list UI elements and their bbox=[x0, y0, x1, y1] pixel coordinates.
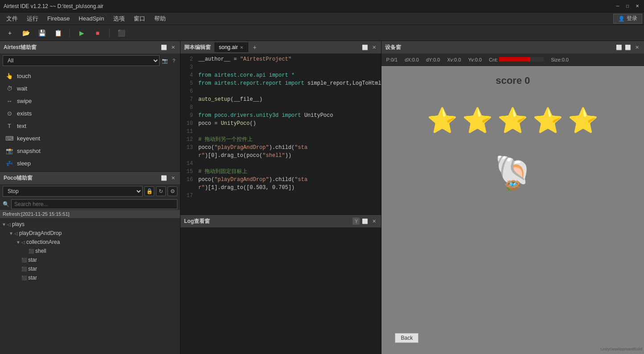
wait-icon: ⏱ bbox=[5, 84, 13, 92]
editor-tab-song[interactable]: song.air ✕ bbox=[214, 42, 248, 52]
back-button[interactable]: Back bbox=[395, 333, 418, 343]
left-panel: Airtest辅助窗 ⬜ ✕ All 📷 ? 👆 touch bbox=[0, 41, 180, 354]
poco-search-input[interactable] bbox=[11, 199, 177, 209]
airtest-item-touch[interactable]: 👆 touch bbox=[0, 70, 180, 82]
airtest-item-text[interactable]: T text bbox=[0, 119, 180, 132]
close-button[interactable]: ✕ bbox=[634, 3, 640, 9]
log-expand-icon[interactable]: ⬜ bbox=[361, 218, 369, 225]
window-controls: ─ □ ✕ bbox=[615, 3, 640, 9]
code-editor[interactable]: 2 __author__ = "AirtestProject" 3 4 from… bbox=[180, 54, 381, 214]
airtest-item-snapshot[interactable]: 📸 snapshot bbox=[0, 144, 180, 157]
device-expand-icon[interactable]: ⬜ bbox=[624, 44, 632, 51]
tree-node-collectionarea[interactable]: ▼ ◁ collectionArea bbox=[0, 238, 180, 247]
poco-refresh-bar[interactable]: Refresh:[2021-11-25 15:15:51] bbox=[0, 210, 180, 218]
airtest-filter: All 📷 ? bbox=[0, 54, 180, 68]
airtest-panel-title: Airtest辅助窗 bbox=[4, 44, 37, 51]
device-close-icon[interactable]: ✕ bbox=[633, 44, 640, 51]
save-button[interactable]: 💾 bbox=[36, 27, 48, 39]
airtest-filter-select[interactable]: All bbox=[3, 55, 160, 66]
airtest-item-swipe[interactable]: ↔ swipe bbox=[0, 95, 180, 107]
editor-header-icons: ⬜ ✕ bbox=[361, 44, 377, 51]
poco-settings-icon[interactable]: ⚙ bbox=[168, 186, 177, 196]
airtest-item-exists[interactable]: ⊙ exists bbox=[0, 107, 180, 119]
filter-icons: 📷 ? bbox=[161, 57, 177, 64]
airtest-screenshot-icon[interactable]: 📷 bbox=[161, 57, 168, 64]
poco-close-icon[interactable]: ✕ bbox=[169, 174, 176, 181]
poco-refresh-icon[interactable]: ↻ bbox=[156, 186, 166, 196]
app-title: Airtest IDE v1.2.12 ~~ D:\test_plu\song.… bbox=[4, 3, 615, 9]
device-stat-cnt: Cnt: bbox=[486, 57, 546, 62]
tree-node-playdraganddrop[interactable]: ▼ ◁ playDragAndDrop bbox=[0, 229, 180, 238]
airtest-item-sleep[interactable]: 💤 sleep bbox=[0, 157, 180, 169]
expand-collectionarea-icon[interactable]: ▼ bbox=[16, 240, 21, 245]
poco-expand-icon[interactable]: ⬜ bbox=[160, 174, 168, 181]
airtest-list: 👆 touch ⏱ wait ↔ swipe ⊙ exists T tex bbox=[0, 68, 180, 171]
airtest-close-icon[interactable]: ✕ bbox=[169, 44, 176, 51]
airtest-panel-icons: ⬜ ✕ bbox=[160, 44, 176, 51]
menu-options[interactable]: 选项 bbox=[109, 13, 129, 25]
log-filter-icon[interactable]: Y bbox=[353, 218, 360, 225]
save-icon: 💾 bbox=[38, 29, 46, 37]
device-popout-icon[interactable]: ⬜ bbox=[615, 44, 623, 51]
code-line-2: 2 __author__ = "AirtestProject" bbox=[180, 55, 381, 63]
editor-tabs: 脚本编辑窗 song.air ✕ + bbox=[184, 42, 260, 52]
maximize-button[interactable]: □ bbox=[624, 3, 631, 9]
airtest-item-keyevent[interactable]: ⌨ keyevent bbox=[0, 132, 180, 144]
record-button[interactable]: ⬛ bbox=[115, 27, 127, 39]
menu-headspin[interactable]: HeadSpin bbox=[74, 13, 109, 24]
device-stat-yv: Yv:0.0 bbox=[465, 57, 484, 62]
menu-run[interactable]: 运行 bbox=[22, 13, 43, 25]
menu-firebase[interactable]: Firebase bbox=[43, 13, 74, 24]
editor-expand-icon[interactable]: ⬜ bbox=[361, 44, 369, 51]
cnt-bar bbox=[499, 57, 544, 62]
swipe-icon: ↔ bbox=[5, 97, 13, 105]
log-panel-title: Log查看窗 bbox=[184, 218, 210, 225]
airtest-item-wait[interactable]: ⏱ wait bbox=[0, 82, 180, 95]
menu-window[interactable]: 窗口 bbox=[129, 13, 150, 25]
poco-mode-select[interactable]: Stop bbox=[3, 186, 143, 197]
tree-node-plays[interactable]: ▼ ◁ plays bbox=[0, 220, 180, 229]
editor-header: 脚本编辑窗 song.air ✕ + ⬜ ✕ bbox=[180, 41, 381, 54]
run-button[interactable]: ▶ bbox=[75, 27, 88, 39]
add-tab-button[interactable]: + bbox=[250, 42, 260, 52]
star-3: ⭐ bbox=[497, 106, 528, 135]
editor-panel-title: 脚本编辑窗 bbox=[184, 44, 211, 51]
tree-node-star-1[interactable]: ⬛ star bbox=[0, 255, 180, 264]
save-as-button[interactable]: 📋 bbox=[52, 27, 64, 39]
tab-close-icon[interactable]: ✕ bbox=[240, 45, 243, 50]
new-file-button[interactable]: + bbox=[4, 27, 16, 39]
code-line-7: 7 auto_setup(__file__) bbox=[180, 95, 381, 103]
login-button[interactable]: 👤 登录 bbox=[613, 14, 642, 24]
star-4: ⭐ bbox=[533, 106, 563, 135]
menu-file[interactable]: 文件 bbox=[2, 13, 22, 25]
expand-playdraganddrop-icon[interactable]: ▼ bbox=[9, 231, 14, 236]
device-stat-size: Size:0.0 bbox=[548, 57, 571, 62]
editor-panel: 脚本编辑窗 song.air ✕ + ⬜ ✕ 2 __author__ = "A… bbox=[180, 41, 381, 215]
log-close-icon[interactable]: ✕ bbox=[370, 218, 377, 225]
tree-node-shell[interactable]: ⬛ shell bbox=[0, 247, 180, 255]
tree-node-star-2[interactable]: ⬛ star bbox=[0, 264, 180, 273]
minimize-button[interactable]: ─ bbox=[615, 3, 621, 9]
poco-lock-icon[interactable]: 🔒 bbox=[144, 186, 154, 196]
star-1: ⭐ bbox=[427, 106, 458, 135]
dev-watermark: UnityDevelopmentBuild bbox=[600, 347, 642, 351]
device-screen: score 0 ⭐ ⭐ ⭐ ⭐ ⭐ 🐚 🪺 Back UnityDevelopm… bbox=[381, 66, 644, 354]
device-panel-title: 设备窗 bbox=[385, 44, 401, 51]
airtest-help-icon[interactable]: ? bbox=[170, 57, 177, 64]
airtest-expand-icon[interactable]: ⬜ bbox=[160, 44, 168, 51]
code-line-9: 9 from poco.drivers.unity3d import Unity… bbox=[180, 111, 381, 119]
stop-button[interactable]: ■ bbox=[91, 27, 104, 39]
poco-panel: Poco辅助窗 ⬜ ✕ Stop 🔒 ↻ ⚙ 🔍 Refresh:[2021-1… bbox=[0, 172, 180, 354]
log-header-icons: Y ⬜ ✕ bbox=[353, 218, 377, 225]
code-line-13b: r")[0].drag_to(poco("shell")) bbox=[180, 152, 381, 160]
expand-plays-icon[interactable]: ▼ bbox=[2, 222, 7, 227]
text-icon: T bbox=[5, 122, 13, 130]
tree-node-star-3[interactable]: ⬛ star bbox=[0, 273, 180, 282]
device-stat-dx: dX:0.0 bbox=[402, 57, 422, 62]
device-stat-dy: dY:0.0 bbox=[423, 57, 443, 62]
open-file-button[interactable]: 📂 bbox=[20, 27, 32, 39]
code-line-4: 4 from airtest.core.api import * bbox=[180, 71, 381, 79]
shell-container: 🐚 🪺 bbox=[495, 155, 531, 193]
menu-help[interactable]: 帮助 bbox=[150, 13, 170, 25]
editor-close-icon[interactable]: ✕ bbox=[370, 44, 377, 51]
